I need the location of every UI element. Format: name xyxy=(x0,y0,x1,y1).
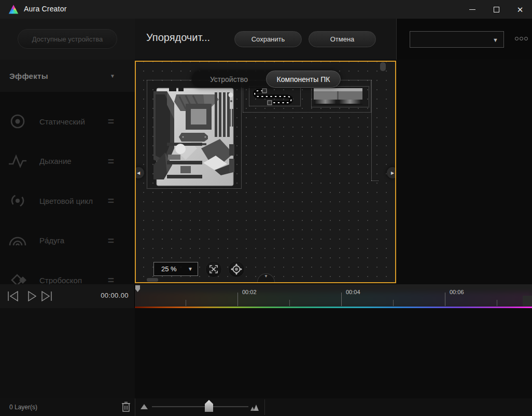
selection-edge xyxy=(371,181,379,181)
drag-handle-icon[interactable]: = xyxy=(108,234,114,247)
save-button[interactable]: Сохранить xyxy=(234,31,302,47)
collapse-canvas-button[interactable]: ▼ xyxy=(257,273,275,282)
canvas-zoom-value: 25 % xyxy=(161,265,177,273)
skip-end-icon xyxy=(40,289,53,303)
timeline-ruler[interactable]: 00:02 00:04 00:06 xyxy=(135,284,532,308)
window-controls: ✕ xyxy=(460,0,532,19)
center-view-icon xyxy=(231,264,242,275)
fit-to-view-button[interactable] xyxy=(205,261,222,278)
scroll-right-button[interactable]: ▶ xyxy=(387,167,396,178)
minimize-icon xyxy=(469,9,475,10)
led-strip-image[interactable] xyxy=(251,88,299,105)
timeline-zoom-out-icon[interactable] xyxy=(141,404,148,409)
tick-label: 00:04 xyxy=(346,289,360,295)
effects-header[interactable]: Эффекты ▼ xyxy=(0,60,135,92)
play-icon xyxy=(24,289,38,303)
playhead-marker[interactable] xyxy=(135,285,140,292)
transport-bar: 00:00.00 xyxy=(0,284,135,308)
device-panel: Доступные устройства xyxy=(0,19,135,60)
layout-canvas[interactable]: Устройство Компоненты ПК ◀ ▶ 25 % ▼ xyxy=(135,61,396,283)
tab-device[interactable]: Устройство xyxy=(192,71,266,88)
scrollbar-corner xyxy=(523,296,532,306)
motherboard-image[interactable] xyxy=(153,87,236,187)
timeline-zoom-slider[interactable] xyxy=(152,406,248,407)
tick xyxy=(237,293,238,306)
vertical-scrollbar-thumb[interactable] xyxy=(380,62,386,71)
maximize-button[interactable] xyxy=(484,0,508,19)
center-view-button[interactable] xyxy=(228,261,245,278)
tick xyxy=(289,300,290,306)
status-bar: 0 Layer(s) xyxy=(0,398,532,416)
tab-pc-components[interactable]: Компоненты ПК xyxy=(266,71,341,88)
trash-icon xyxy=(121,401,131,412)
aura-logo-icon xyxy=(8,4,19,15)
canvas-zoom-dropdown[interactable]: 25 % ▼ xyxy=(153,262,198,276)
delete-layer-button[interactable] xyxy=(121,401,131,412)
horizontal-scrollbar-thumb[interactable] xyxy=(147,278,158,282)
chevron-down-icon: ▼ xyxy=(110,73,115,79)
current-time-display: 00:00.00 xyxy=(101,292,129,299)
tick-label: 00:06 xyxy=(450,289,464,295)
tick-label: 00:02 xyxy=(242,289,257,295)
effect-item-strobe[interactable]: Стробоскоп = xyxy=(0,260,135,284)
static-effect-icon xyxy=(7,111,28,132)
preset-area: ▼ xyxy=(397,19,532,60)
rainbow-effect-icon xyxy=(7,230,28,251)
gradient-glow xyxy=(135,292,532,307)
divider xyxy=(264,399,265,415)
breathing-effect-icon xyxy=(7,151,28,172)
effect-item-rainbow[interactable]: Рáдуга = xyxy=(0,221,135,261)
chevron-down-icon: ▼ xyxy=(493,37,498,43)
effects-list: Статический = Дыхание = Цветовой цикл = xyxy=(0,92,135,284)
tick xyxy=(186,300,186,306)
close-button[interactable]: ✕ xyxy=(508,0,532,19)
fit-to-view-icon xyxy=(208,264,219,274)
minimize-button[interactable] xyxy=(460,0,484,19)
page-title: Упорядочит... xyxy=(146,32,210,44)
layers-count-label: 0 Layer(s) xyxy=(9,404,37,411)
tick xyxy=(341,293,342,306)
titlebar: Aura Creator ✕ xyxy=(0,0,532,19)
play-button[interactable] xyxy=(24,289,38,303)
drag-handle-icon[interactable]: = xyxy=(108,195,114,207)
aura-creator-window: Aura Creator ✕ Доступные устройства Эффе… xyxy=(0,0,532,416)
tick xyxy=(445,293,445,306)
drag-handle-icon[interactable]: = xyxy=(108,155,114,168)
drag-handle-icon[interactable]: = xyxy=(108,274,114,284)
effect-item-static[interactable]: Статический = xyxy=(0,102,135,142)
chevron-down-icon: ▼ xyxy=(188,266,193,272)
effect-item-breathing[interactable]: Дыхание = xyxy=(0,142,135,182)
skip-start-icon xyxy=(6,289,20,303)
effect-item-color-cycle[interactable]: Цветовой цикл = xyxy=(0,181,135,221)
canvas-tabs: Устройство Компоненты ПК xyxy=(192,71,341,88)
drag-handle-icon[interactable]: = xyxy=(108,115,114,128)
tick xyxy=(393,300,394,306)
selection-edge xyxy=(371,80,372,181)
skip-to-end-button[interactable] xyxy=(40,289,53,303)
available-devices-button[interactable]: Доступные устройства xyxy=(18,29,117,49)
strobe-effect-icon xyxy=(7,270,28,284)
timeline-zoom-handle[interactable] xyxy=(205,400,213,412)
effects-header-label: Эффекты xyxy=(9,72,48,80)
editor-header: Упорядочит... Сохранить Отмена xyxy=(135,19,397,60)
timeline-zoom-in-icon[interactable] xyxy=(250,401,263,411)
scroll-left-button[interactable]: ◀ xyxy=(135,167,144,178)
layer-list-area xyxy=(0,308,135,398)
ram-modules-image[interactable] xyxy=(314,88,362,105)
divider xyxy=(135,398,135,416)
timeline-tracks-area[interactable] xyxy=(135,308,532,398)
tick xyxy=(497,300,497,306)
skip-to-start-button[interactable] xyxy=(6,289,20,303)
three-dots-icon[interactable] xyxy=(515,37,528,40)
cancel-button[interactable]: Отмена xyxy=(309,31,376,47)
app-title: Aura Creator xyxy=(24,5,67,13)
maximize-icon xyxy=(494,7,499,12)
color-cycle-effect-icon xyxy=(7,190,28,211)
preset-dropdown[interactable]: ▼ xyxy=(410,31,504,48)
